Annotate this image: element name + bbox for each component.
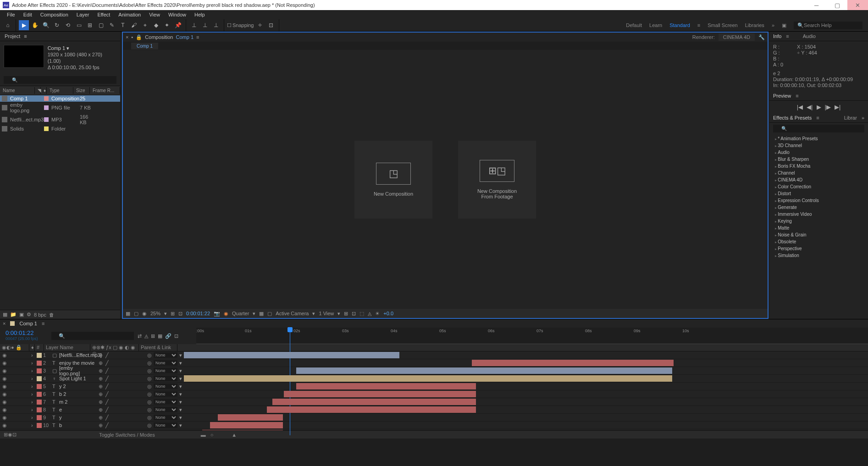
close-tl-icon[interactable]: ×: [3, 321, 6, 326]
exposure-value[interactable]: +0.0: [383, 311, 393, 316]
tl-tool-4[interactable]: ▦: [158, 333, 162, 339]
eraser-tool[interactable]: ◆: [151, 20, 161, 30]
zoom-value[interactable]: 25%: [150, 311, 160, 316]
tl-foot-2[interactable]: ◉: [8, 432, 12, 438]
trash-icon[interactable]: 🗑: [49, 312, 54, 318]
maximize-button[interactable]: ▢: [827, 0, 847, 10]
effect-category[interactable]: Channel: [771, 170, 866, 176]
tl-tool-6[interactable]: ⊡: [174, 333, 178, 339]
timecode[interactable]: 0:00:01:22: [6, 329, 44, 336]
effect-category[interactable]: Matte: [771, 225, 866, 231]
local-axis-icon[interactable]: ⊥: [189, 20, 199, 30]
snap-icon[interactable]: ✧: [255, 20, 265, 30]
lock-icon[interactable]: ▪: [131, 34, 133, 40]
close-button[interactable]: ✕: [847, 0, 868, 10]
project-item[interactable]: SolidsFolder: [0, 126, 120, 132]
ws-learn[interactable]: Learn: [649, 22, 662, 28]
layer-row[interactable]: ◉ › 8 T e ⊕╱ ◎None▾: [0, 406, 868, 414]
exposure-icon[interactable]: ☀: [375, 311, 380, 317]
wrench-icon[interactable]: 🔧: [758, 34, 765, 40]
effect-category[interactable]: Obsolete: [771, 238, 866, 245]
alpha-icon[interactable]: ▦: [126, 311, 130, 317]
comp-name[interactable]: Comp 1 ▾: [48, 45, 116, 51]
menu-edit[interactable]: Edit: [19, 12, 36, 17]
effect-category[interactable]: Immersive Video: [771, 211, 866, 218]
project-item[interactable]: emby logo.pngPNG file7 KB: [0, 102, 120, 114]
last-frame-icon[interactable]: ▶|: [835, 104, 840, 110]
zoom-tool[interactable]: 🔍: [41, 20, 51, 30]
effect-category[interactable]: Color Correction: [771, 183, 866, 190]
tl-foot-1[interactable]: ⊞: [4, 432, 8, 438]
quality-value[interactable]: Quarter: [232, 311, 249, 316]
effects-tab[interactable]: Effects & Presets: [773, 115, 812, 121]
effect-category[interactable]: * Animation Presets: [771, 135, 866, 142]
project-item[interactable]: Comp 1Composition25: [0, 95, 120, 102]
roto-tool[interactable]: ✦: [162, 20, 172, 30]
effect-category[interactable]: Audio: [771, 149, 866, 156]
effect-category[interactable]: Perspective: [771, 245, 866, 252]
col-frame[interactable]: Frame R...: [90, 87, 120, 94]
play-icon[interactable]: ▶: [817, 104, 821, 110]
ws-default[interactable]: Default: [626, 22, 642, 28]
audio-tab[interactable]: Audio: [803, 33, 816, 39]
effect-category[interactable]: Noise & Grain: [771, 231, 866, 238]
mini-comp-tab[interactable]: Comp 1: [131, 43, 158, 49]
minimize-button[interactable]: ─: [806, 0, 827, 10]
world-axis-icon[interactable]: ⊥: [200, 20, 210, 30]
effect-category[interactable]: CINEMA 4D: [771, 176, 866, 183]
adjust-icon[interactable]: ⚙: [27, 312, 31, 318]
roi-icon[interactable]: ▢: [267, 311, 272, 317]
toggle-switches[interactable]: Toggle Switches / Modes: [99, 432, 155, 438]
layer-row[interactable]: ◉ › 3 ▢ [emby logo.png] ⊕╱ ◎None▾: [0, 367, 868, 375]
transparent-icon[interactable]: ▦: [259, 311, 264, 317]
channel-icon[interactable]: ◉: [224, 311, 228, 317]
prev-frame-icon[interactable]: ◀|: [807, 104, 813, 110]
view-value[interactable]: 1 View: [319, 311, 334, 316]
interpret-icon[interactable]: ▦: [3, 312, 7, 318]
brush-tool[interactable]: 🖌: [129, 20, 139, 30]
workspace-panel-icon[interactable]: ▣: [782, 22, 786, 28]
zoom-in-icon[interactable]: ▲: [232, 432, 237, 438]
project-item[interactable]: Netfli...ect.mp3MP3166 KB: [0, 114, 120, 126]
mask-icon[interactable]: ◉: [142, 311, 147, 317]
col-name[interactable]: Name: [0, 87, 35, 94]
layer-row[interactable]: ◉ › 7 T m 2 ⊕╱ ◎None▾: [0, 398, 868, 406]
close-tab-icon[interactable]: ×: [126, 34, 128, 40]
renderer-value[interactable]: CINEMA 4D: [719, 33, 755, 41]
pan-behind-tool[interactable]: ⊞: [85, 20, 95, 30]
type-tool[interactable]: T: [118, 20, 128, 30]
effect-category[interactable]: Boris FX Mocha: [771, 163, 866, 170]
snapshot-icon[interactable]: 📷: [214, 311, 220, 317]
menu-layer[interactable]: Layer: [72, 12, 94, 17]
more-workspaces-icon[interactable]: »: [772, 22, 774, 28]
panel-menu-icon[interactable]: ≡: [196, 34, 199, 40]
new-composition-button[interactable]: ◳ New Composition: [354, 141, 432, 219]
effect-category[interactable]: Expression Controls: [771, 197, 866, 204]
layer-row[interactable]: ◉ › 1 ▢ [Netfli...Effect.mp3] ⊕╱ ◎None▾: [0, 351, 868, 359]
col-type[interactable]: Type: [47, 87, 73, 94]
clone-tool[interactable]: ⌖: [140, 20, 150, 30]
panel-menu-icon[interactable]: ≡: [24, 33, 27, 39]
next-frame-icon[interactable]: |▶: [825, 104, 831, 110]
fast-icon[interactable]: ⊡: [352, 311, 356, 317]
info-tab[interactable]: Info: [773, 33, 781, 39]
puppet-tool[interactable]: 📌: [173, 20, 183, 30]
menu-effect[interactable]: Effect: [93, 12, 114, 17]
hand-tool[interactable]: ✋: [30, 20, 40, 30]
layer-row[interactable]: ◉ › 10 T b ⊕╱ ◎None▾: [0, 422, 868, 429]
time-value[interactable]: 0:00:01:22: [186, 311, 210, 316]
bpc-label[interactable]: 8 bpc: [34, 312, 46, 318]
draft-icon[interactable]: ◬: [368, 311, 371, 317]
layer-row[interactable]: ◉ › 6 T b 2 ⊕╱ ◎None▾: [0, 390, 868, 398]
rotate-tool[interactable]: ⟲: [63, 20, 73, 30]
menu-animation[interactable]: Animation: [114, 12, 145, 17]
hamburger-icon[interactable]: ≡: [697, 22, 700, 28]
pen-tool[interactable]: ✎: [107, 20, 117, 30]
layer-row[interactable]: ◉ › 5 T y 2 ⊕╱ ◎None▾: [0, 383, 868, 390]
ws-libraries[interactable]: Libraries: [745, 22, 764, 28]
layer-row[interactable]: ◉ › 4 ♀ Spot Light 1 ⊕╱ ◎None▾: [0, 375, 868, 383]
comp-icon[interactable]: ▣: [19, 312, 24, 318]
shape-tool[interactable]: ▢: [96, 20, 106, 30]
search-help[interactable]: 🔍 Search Help: [794, 22, 862, 29]
view-axis-icon[interactable]: ⊥: [211, 20, 221, 30]
